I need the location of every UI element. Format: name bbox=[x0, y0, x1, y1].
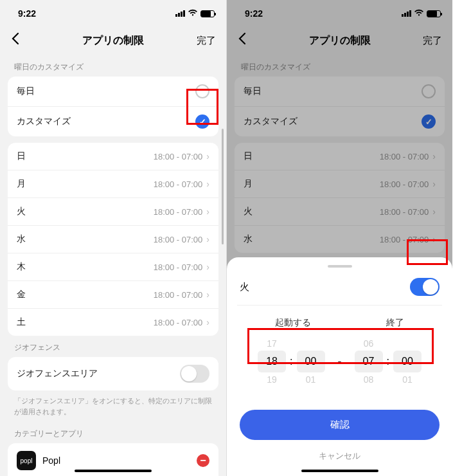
chevron-right-icon: › bbox=[206, 262, 209, 272]
sheet-grabber[interactable] bbox=[328, 265, 352, 268]
scrollbar[interactable] bbox=[222, 129, 224, 244]
chevron-right-icon: › bbox=[206, 179, 209, 189]
home-indicator[interactable] bbox=[301, 470, 378, 472]
time-pickers: 171819 : 0001 - 060708 : 0001 bbox=[237, 333, 442, 393]
start-hour[interactable]: 18 bbox=[258, 351, 286, 372]
sheet-day-label: 火 bbox=[240, 281, 249, 293]
mode-card: 毎日 カスタマイズ bbox=[8, 77, 218, 136]
confirm-button[interactable]: 確認 bbox=[240, 410, 440, 440]
mode-custom-label: カスタマイズ bbox=[17, 116, 71, 127]
chevron-right-icon: › bbox=[206, 151, 209, 161]
time-picker-sheet: 火 起動する 終了 171819 : 0001 - 060708 : 0001 … bbox=[227, 257, 452, 476]
day-row-thu[interactable]: 木18:00 - 07:00› bbox=[8, 253, 218, 281]
geofence-toggle[interactable] bbox=[180, 365, 209, 383]
start-minute[interactable]: 00 bbox=[297, 351, 325, 372]
geofence-row[interactable]: ジオフェンスエリア bbox=[8, 357, 218, 390]
day-row-mon[interactable]: 月18:00 - 07:00› bbox=[8, 170, 218, 198]
day-row-sun[interactable]: 日18:00 - 07:00› bbox=[8, 143, 218, 170]
chevron-right-icon: › bbox=[206, 234, 209, 244]
done-button[interactable]: 完了 bbox=[197, 35, 216, 47]
wifi-icon bbox=[188, 8, 198, 19]
day-enable-toggle[interactable] bbox=[410, 278, 440, 296]
geofence-help: 「ジオフェンスエリア」をオンにすると、特定のエリアに制限が適用されます。 bbox=[0, 390, 226, 422]
geofence-label: ジオフェンスエリア bbox=[17, 368, 98, 380]
days-card: 日18:00 - 07:00› 月18:00 - 07:00› 火18:00 -… bbox=[8, 143, 218, 336]
end-label: 終了 bbox=[386, 317, 404, 329]
home-indicator[interactable] bbox=[75, 470, 152, 472]
end-minute[interactable]: 00 bbox=[393, 351, 422, 372]
day-row-tue[interactable]: 火18:00 - 07:00› bbox=[8, 198, 218, 226]
page-title: アプリの制限 bbox=[0, 34, 226, 48]
mode-daily-row[interactable]: 毎日 bbox=[8, 77, 218, 107]
start-label: 起動する bbox=[275, 317, 311, 329]
chevron-right-icon: › bbox=[206, 317, 209, 327]
end-picker[interactable]: 060708 : 0001 bbox=[355, 336, 422, 387]
chevron-right-icon: › bbox=[206, 206, 209, 217]
chevron-right-icon: › bbox=[206, 289, 209, 300]
section-day-customize: 曜日のカスタマイズ bbox=[0, 55, 226, 77]
day-row-wed[interactable]: 水18:00 - 07:00› bbox=[8, 226, 218, 253]
section-geofence: ジオフェンス bbox=[0, 336, 226, 357]
day-row-fri[interactable]: 金18:00 - 07:00› bbox=[8, 281, 218, 309]
end-hour[interactable]: 07 bbox=[355, 351, 383, 372]
section-apps: カテゴリーとアプリ bbox=[0, 422, 226, 443]
start-picker[interactable]: 171819 : 0001 bbox=[258, 336, 324, 387]
cancel-button[interactable]: キャンセル bbox=[237, 446, 442, 466]
app-name: Popl bbox=[42, 455, 190, 466]
mode-daily-label: 毎日 bbox=[17, 86, 35, 97]
radio-checked-icon[interactable] bbox=[195, 114, 209, 129]
back-button[interactable] bbox=[10, 32, 19, 49]
geofence-card: ジオフェンスエリア bbox=[8, 357, 218, 390]
status-bar: 9:22 bbox=[0, 0, 226, 22]
battery-icon bbox=[200, 10, 215, 17]
app-icon: popl bbox=[17, 451, 36, 470]
radio-unchecked-icon[interactable] bbox=[195, 84, 209, 98]
day-row-sat[interactable]: 土18:00 - 07:00› bbox=[8, 309, 218, 336]
range-dash: - bbox=[334, 355, 346, 369]
navbar: アプリの制限 完了 bbox=[0, 22, 226, 55]
status-time: 9:22 bbox=[18, 8, 36, 19]
remove-icon[interactable]: − bbox=[197, 454, 209, 467]
signal-icon bbox=[175, 10, 185, 17]
mode-custom-row[interactable]: カスタマイズ bbox=[8, 107, 218, 136]
